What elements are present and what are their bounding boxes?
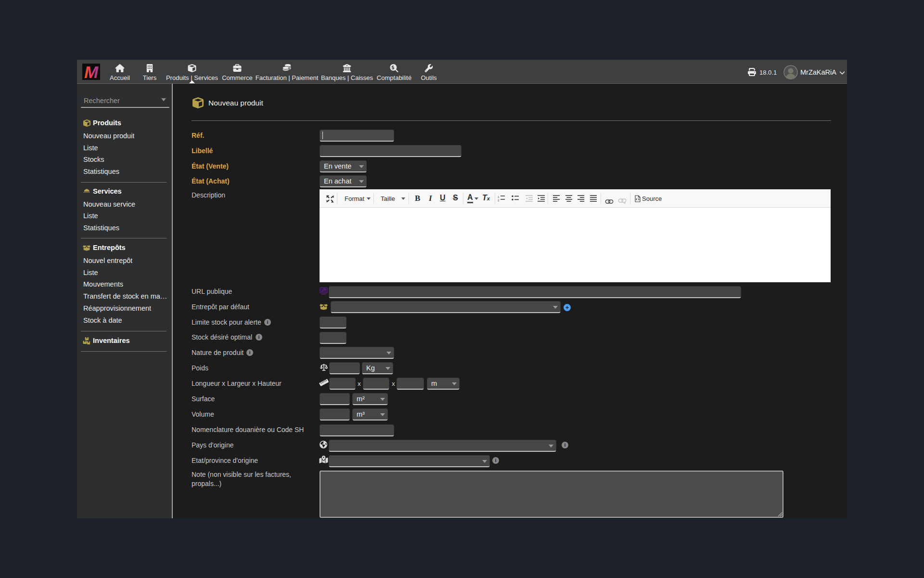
svg-text:2: 2 (498, 199, 500, 202)
svg-text:1: 1 (498, 196, 500, 198)
